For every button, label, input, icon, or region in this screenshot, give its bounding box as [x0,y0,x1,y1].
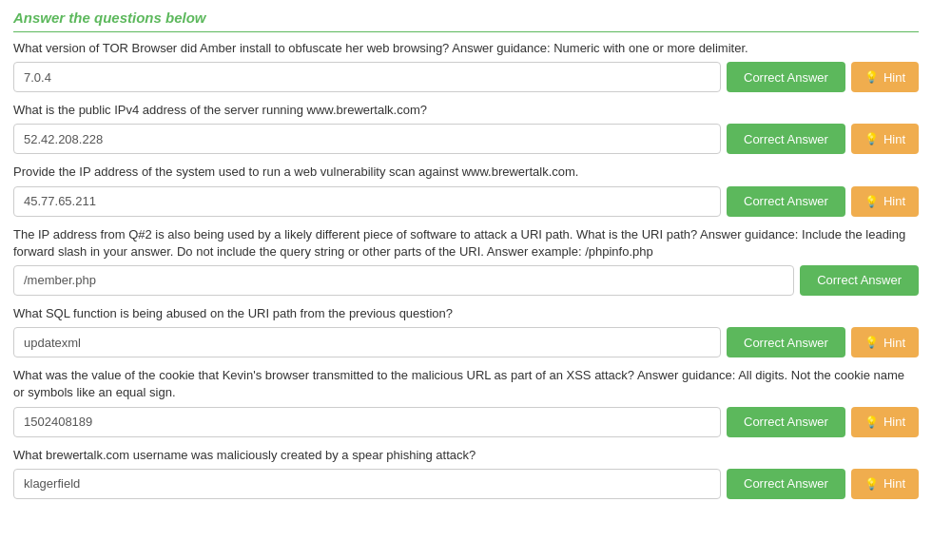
hint-button-1[interactable]: 💡Hint [851,62,919,92]
answer-input-6[interactable] [13,407,721,437]
question-block-4: The IP address from Q#2 is also being us… [13,226,919,296]
answer-row-6: Correct Answer💡Hint [13,407,919,437]
correct-answer-button-2[interactable]: Correct Answer [727,124,845,154]
answer-row-3: Correct Answer💡Hint [13,186,919,217]
hint-label-7: Hint [883,476,905,491]
hint-label-1: Hint [883,70,905,85]
hint-button-2[interactable]: 💡Hint [851,124,919,154]
lightbulb-icon: 💡 [864,70,879,84]
hint-button-7[interactable]: 💡Hint [851,469,919,499]
question-block-5: What SQL function is being abused on the… [13,305,919,357]
correct-answer-button-4[interactable]: Correct Answer [800,265,919,296]
question-text-5: What SQL function is being abused on the… [13,305,919,322]
answer-input-4[interactable] [13,265,794,296]
question-text-7: What brewertalk.com username was malicio… [13,447,919,464]
answer-input-2[interactable] [13,124,721,154]
hint-label-6: Hint [883,415,905,429]
correct-answer-button-3[interactable]: Correct Answer [727,186,845,217]
hint-label-3: Hint [883,194,905,208]
question-text-1: What version of TOR Browser did Amber in… [13,40,919,57]
correct-answer-button-5[interactable]: Correct Answer [727,327,845,357]
hint-button-6[interactable]: 💡Hint [851,407,919,437]
lightbulb-icon: 💡 [864,477,879,491]
question-text-3: Provide the IP address of the system use… [13,164,919,181]
lightbulb-icon: 💡 [864,336,879,349]
question-block-2: What is the public IPv4 address of the s… [13,102,919,154]
answer-row-5: Correct Answer💡Hint [13,327,919,357]
hint-label-2: Hint [883,132,905,146]
lightbulb-icon: 💡 [864,415,879,429]
correct-answer-button-1[interactable]: Correct Answer [727,62,845,92]
answer-row-7: Correct Answer💡Hint [13,469,919,499]
answer-row-2: Correct Answer💡Hint [13,124,919,154]
answer-input-3[interactable] [13,186,721,217]
lightbulb-icon: 💡 [864,195,879,208]
question-text-2: What is the public IPv4 address of the s… [13,102,919,119]
question-text-6: What was the value of the cookie that Ke… [13,367,919,401]
hint-button-5[interactable]: 💡Hint [851,327,919,357]
answer-input-7[interactable] [13,469,721,499]
hint-button-3[interactable]: 💡Hint [851,186,919,217]
answer-input-1[interactable] [13,62,721,92]
answer-row-4: Correct Answer [13,265,919,296]
answer-row-1: Correct Answer💡Hint [13,62,919,92]
question-block-3: Provide the IP address of the system use… [13,164,919,216]
correct-answer-button-7[interactable]: Correct Answer [727,469,845,499]
question-block-6: What was the value of the cookie that Ke… [13,367,919,436]
answer-input-5[interactable] [13,327,721,357]
section-title: Answer the questions below [13,10,919,32]
question-block-1: What version of TOR Browser did Amber in… [13,40,919,92]
hint-label-5: Hint [883,336,905,350]
correct-answer-button-6[interactable]: Correct Answer [727,407,845,437]
lightbulb-icon: 💡 [864,132,879,145]
question-block-7: What brewertalk.com username was malicio… [13,447,919,499]
question-text-4: The IP address from Q#2 is also being us… [13,226,919,261]
